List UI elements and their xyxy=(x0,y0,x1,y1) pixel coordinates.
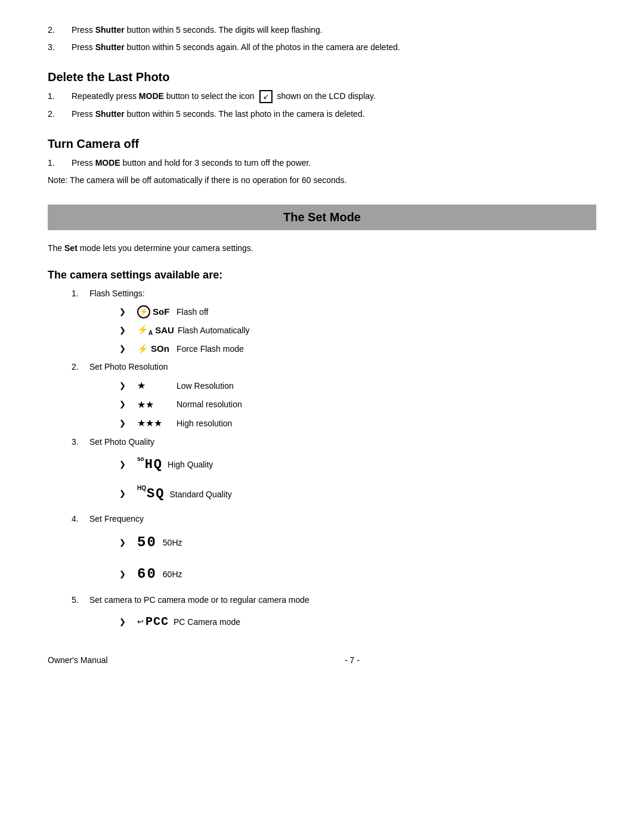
item-number: 4. xyxy=(72,513,89,525)
star-icon: ★★★ xyxy=(137,416,162,431)
item-label: Set Photo Resolution xyxy=(89,361,596,373)
bullet-arrow: ❯ xyxy=(119,417,137,430)
item-number: 1. xyxy=(48,90,72,103)
settings-item-frequency: 4. Set Frequency xyxy=(48,513,596,525)
list-item: 3. Press Shutter button within 5 seconds… xyxy=(48,41,596,54)
bullet-arrow: ❯ xyxy=(119,537,137,549)
bullet-item-flash-off: ❯ ⚡ SoF Flash off xyxy=(119,305,596,319)
sau-label: SAU xyxy=(155,323,174,337)
settings-item-resolution: 2. Set Photo Resolution xyxy=(48,361,596,373)
item-number: 2. xyxy=(48,108,72,120)
star-icon: ★ xyxy=(137,378,145,394)
quality-bullets: ❯ soHQ High Quality ❯ HQSQ Standard Qual… xyxy=(48,454,596,504)
normal-res-icon: ★★ xyxy=(137,397,173,413)
set-mode-intro: The Set mode lets you determine your cam… xyxy=(48,242,596,255)
bullet-item-standard-quality: ❯ HQSQ Standard Quality xyxy=(119,484,596,504)
bullet-item-pc-camera: ❯ ↩ PCC PC Camera mode xyxy=(119,612,596,631)
high-res-icon: ★★★ xyxy=(137,416,173,431)
star-icon: ★★ xyxy=(137,397,154,413)
50hz-icon: 50 xyxy=(137,531,157,554)
pc-camera-label: PC Camera mode xyxy=(174,615,240,628)
section-turn-camera-off: Turn Camera off 1. Press MODE button and… xyxy=(48,137,596,187)
bullet-arrow: ❯ xyxy=(119,324,137,337)
pc-camera-bullets: ❯ ↩ PCC PC Camera mode xyxy=(48,612,596,631)
flash-settings-bullets: ❯ ⚡ SoF Flash off ❯ ⚡A SAU Flash Automat… xyxy=(48,305,596,356)
low-res-label: Low Resolution xyxy=(177,379,234,392)
flash-force-icon: ⚡ SOn xyxy=(137,342,173,356)
bullet-arrow: ❯ xyxy=(119,343,137,355)
60hz-label: 60Hz xyxy=(163,568,182,581)
flash-auto-label: Flash Automatically xyxy=(178,324,250,337)
bullet-item-flash-auto: ❯ ⚡A SAU Flash Automatically xyxy=(119,323,596,338)
bullet-arrow: ❯ xyxy=(119,568,137,581)
item-number: 3. xyxy=(48,41,72,54)
item-number: 1. xyxy=(72,287,89,300)
bullet-arrow: ❯ xyxy=(119,306,137,318)
item-number: 1. xyxy=(48,157,72,169)
set-mode-banner: The Set Mode xyxy=(48,205,596,230)
frequency-bullets: ❯ 50 50Hz ❯ 60 60Hz xyxy=(48,531,596,586)
bullet-arrow: ❯ xyxy=(119,488,137,500)
flash-auto-icon: ⚡A SAU xyxy=(137,323,174,338)
section-subheading: The camera settings available are: xyxy=(48,269,596,281)
list-item: 1. Press MODE button and hold for 3 seco… xyxy=(48,157,596,169)
bullet-item-high-res: ❯ ★★★ High resolution xyxy=(119,416,596,431)
bullet-item-60hz: ❯ 60 60Hz xyxy=(119,563,596,586)
item-label: Flash Settings: xyxy=(89,287,596,300)
section-camera-settings: The camera settings available are: 1. Fl… xyxy=(48,269,596,631)
item-content: Press Shutter button within 5 seconds. T… xyxy=(72,24,596,36)
high-quality-label: High Quality xyxy=(168,458,213,471)
60hz-icon: 60 xyxy=(137,563,157,586)
item-number: 2. xyxy=(72,361,89,373)
settings-item-pc-camera: 5. Set camera to PC camera mode or to re… xyxy=(48,594,596,606)
item-content: Repeatedly press MODE button to select t… xyxy=(72,90,596,103)
section-heading: Delete the Last Photo xyxy=(48,70,596,84)
list-item: 2. Press Shutter button within 5 seconds… xyxy=(48,108,596,120)
bullet-item-50hz: ❯ 50 50Hz xyxy=(119,531,596,554)
section-heading: Turn Camera off xyxy=(48,137,596,151)
lcd-icon: ↙ xyxy=(259,90,273,103)
pcc-icon: ↩ PCC xyxy=(137,612,169,631)
page-footer: Owner's Manual - 7 - xyxy=(48,655,596,665)
top-numbered-items: 2. Press Shutter button within 5 seconds… xyxy=(48,24,596,54)
hq-icon: soHQ xyxy=(137,454,163,475)
list-item: 2. Press Shutter button within 5 seconds… xyxy=(48,24,596,36)
item-number: 2. xyxy=(48,24,72,36)
bullet-arrow: ❯ xyxy=(119,616,137,628)
item-number: 3. xyxy=(72,436,89,448)
bullet-item-high-quality: ❯ soHQ High Quality xyxy=(119,454,596,475)
bullet-arrow: ❯ xyxy=(119,459,137,471)
item-label: Set camera to PC camera mode or to regul… xyxy=(89,594,596,606)
settings-item-quality: 3. Set Photo Quality xyxy=(48,436,596,448)
normal-res-label: Normal resolution xyxy=(177,398,242,411)
section-delete-last-photo: Delete the Last Photo 1. Repeatedly pres… xyxy=(48,70,596,120)
item-label: Set Frequency xyxy=(89,513,596,525)
bullet-arrow: ❯ xyxy=(119,398,137,411)
flash-off-label: Flash off xyxy=(177,305,208,318)
flash-off-icon: ⚡ SoF xyxy=(137,305,173,319)
low-res-icon: ★ xyxy=(137,378,173,394)
item-content: Press Shutter button within 5 seconds. T… xyxy=(72,108,596,120)
flash-force-label: Force Flash mode xyxy=(177,342,244,355)
bullet-item-normal-res: ❯ ★★ Normal resolution xyxy=(119,397,596,413)
bullet-arrow: ❯ xyxy=(119,380,137,392)
standard-quality-label: Standard Quality xyxy=(169,488,231,501)
footer-center: - 7 - xyxy=(345,655,360,665)
settings-item-flash: 1. Flash Settings: xyxy=(48,287,596,300)
item-content: Press Shutter button within 5 seconds ag… xyxy=(72,41,596,54)
item-content: Press MODE button and hold for 3 seconds… xyxy=(72,157,596,169)
bullet-item-low-res: ❯ ★ Low Resolution xyxy=(119,378,596,394)
sq-icon: HQSQ xyxy=(137,484,165,504)
note-text: Note: The camera will be off automatical… xyxy=(48,174,596,187)
high-res-label: High resolution xyxy=(177,417,232,430)
item-label: Set Photo Quality xyxy=(89,436,596,448)
sof-label: SoF xyxy=(153,305,169,319)
item-number: 5. xyxy=(72,594,89,606)
bullet-item-flash-force: ❯ ⚡ SOn Force Flash mode xyxy=(119,342,596,356)
resolution-bullets: ❯ ★ Low Resolution ❯ ★★ Normal resolutio… xyxy=(48,378,596,431)
footer-left: Owner's Manual xyxy=(48,655,108,665)
son-label: SOn xyxy=(151,342,169,356)
50hz-label: 50Hz xyxy=(163,536,182,549)
list-item: 1. Repeatedly press MODE button to selec… xyxy=(48,90,596,103)
